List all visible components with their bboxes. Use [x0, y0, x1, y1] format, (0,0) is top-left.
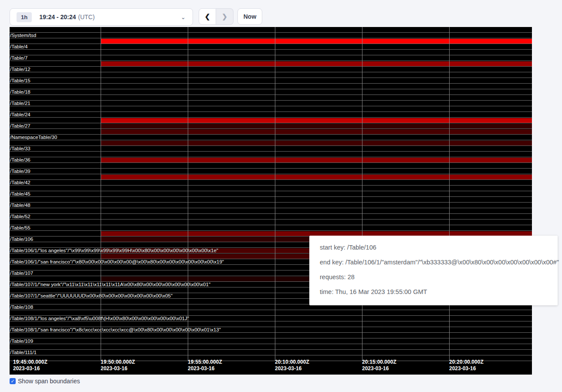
heatmap-span-cell[interactable]	[10, 220, 532, 225]
next-interval-button[interactable]: ❯	[216, 8, 234, 25]
heatmap-span-cell[interactable]: /Table/27	[10, 123, 532, 129]
row-label: /Table/7	[10, 55, 27, 61]
heatmap-span-cell[interactable]	[10, 163, 532, 169]
heatmap-row[interactable]: /Table/18	[10, 84, 532, 95]
heatmap-span-cell[interactable]	[10, 129, 532, 135]
tick-time: 20:15:00.000Z	[362, 359, 396, 365]
heatmap-span-cell[interactable]: /Table/39	[10, 169, 532, 174]
heatmap-span-cell[interactable]	[10, 344, 532, 350]
heatmap-span-cell[interactable]: /Table/111/1	[10, 350, 532, 355]
heatmap-row[interactable]: /Table/36	[10, 152, 532, 163]
heatmap-row[interactable]: /Table/15	[10, 72, 532, 84]
heatmap-row[interactable]: /Table/12	[10, 61, 532, 72]
row-label: /Table/42	[10, 180, 30, 185]
row-label: /Table/4	[10, 44, 27, 49]
heatmap-span-cell[interactable]	[10, 174, 532, 180]
heatmap-span-cell[interactable]: /Table/108/1/"los angeles"/"\xa8\xf5\u00…	[10, 316, 532, 321]
row-label: /Table/24	[10, 112, 30, 117]
heatmap-row[interactable]: /Table/109	[10, 333, 532, 344]
heatmap-span-cell[interactable]: /Table/36	[10, 157, 532, 163]
heatmap-row[interactable]: /Table/7	[10, 50, 532, 61]
heatmap-row[interactable]: /NamespaceTable/30	[10, 129, 532, 140]
tick-date: 2023-03-16	[449, 365, 484, 372]
heat-band	[101, 141, 532, 145]
row-label: /Table/33	[10, 146, 30, 151]
heatmap-row[interactable]: /System/tsd	[10, 27, 532, 38]
heatmap-span-cell[interactable]	[10, 106, 532, 112]
heatmap-span-cell[interactable]: /Table/55	[10, 225, 532, 231]
axis-tick: 19:50:00.000Z2023-03-16	[101, 359, 135, 372]
heatmap-row[interactable]: /Table/39	[10, 163, 532, 174]
heatmap-span-cell[interactable]	[10, 95, 532, 101]
now-button[interactable]: Now	[237, 8, 262, 25]
tick-date: 2023-03-16	[13, 365, 47, 372]
heatmap-row[interactable]: /Table/27	[10, 118, 532, 129]
tick-time: 19:45:00.000Z	[13, 359, 47, 365]
heatmap-span-cell[interactable]	[10, 197, 532, 203]
heat-band	[101, 118, 532, 123]
row-label: /Table/108/1/"los angeles"/"\xa8\xf5\u00…	[10, 316, 189, 321]
row-label: /Table/55	[10, 225, 30, 230]
tooltip-line: end key: /Table/106/1/"amsterdam"/"\xb33…	[320, 255, 547, 270]
heatmap-span-cell[interactable]	[10, 27, 532, 33]
heatmap-row[interactable]: /Table/55	[10, 220, 532, 231]
heatmap-span-cell[interactable]	[10, 208, 532, 214]
heatmap-row[interactable]: /Table/33	[10, 140, 532, 152]
heatmap-span-cell[interactable]: /Table/108/1/"san francisco"/"\x8c\xcc\x…	[10, 327, 532, 333]
heatmap-span-cell[interactable]: /Table/52	[10, 214, 532, 220]
heatmap-span-cell[interactable]: /Table/48	[10, 203, 532, 208]
heatmap-span-cell[interactable]: /Table/15	[10, 78, 532, 84]
time-range-dropdown[interactable]: 1h 19:24 - 20:24 (UTC) ⌄	[10, 8, 193, 26]
show-span-boundaries-checkbox[interactable]: ✓ Show span boundaries	[10, 378, 80, 385]
heatmap-span-cell[interactable]: /Table/45	[10, 191, 532, 197]
heatmap-row[interactable]: /Table/4	[10, 38, 532, 50]
heatmap-span-cell[interactable]: /Table/21	[10, 101, 532, 106]
heatmap-span-cell[interactable]	[10, 50, 532, 55]
heatmap-span-cell[interactable]	[10, 186, 532, 191]
heatmap-span-cell[interactable]: /Table/18	[10, 89, 532, 95]
heat-band	[101, 39, 532, 44]
heatmap-row[interactable]: /Table/21	[10, 95, 532, 106]
tooltip-line: start key: /Table/106	[320, 240, 547, 255]
axis-tick: 20:10:00.000Z2023-03-16	[275, 359, 309, 372]
heatmap-span-cell[interactable]	[10, 333, 532, 338]
heatmap-span-cell[interactable]	[10, 38, 532, 44]
heatmap-row[interactable]: /Table/24	[10, 106, 532, 118]
heatmap-row[interactable]: /Table/108/1/"san francisco"/"\x8c\xcc\x…	[10, 321, 532, 333]
heatmap-row[interactable]: /Table/45	[10, 186, 532, 197]
heatmap-span-cell[interactable]: /NamespaceTable/30	[10, 135, 532, 140]
row-label: /Table/106/1/"san francisco"/"\x80\x00\x…	[10, 259, 224, 264]
chevron-right-icon: ❯	[222, 13, 227, 20]
heatmap-span-cell[interactable]	[10, 84, 532, 89]
heatmap-span-cell[interactable]: /Table/12	[10, 67, 532, 72]
heatmap-span-cell[interactable]: /Table/42	[10, 180, 532, 186]
heatmap-row[interactable]: /Table/48	[10, 197, 532, 208]
heatmap-span-cell[interactable]: /Table/4	[10, 44, 532, 50]
heatmap-span-cell[interactable]: /Table/33	[10, 146, 532, 152]
heatmap-span-cell[interactable]: /Table/109	[10, 338, 532, 344]
heatmap-row[interactable]: /Table/42	[10, 174, 532, 186]
column-gridline	[188, 27, 188, 361]
heatmap-span-cell[interactable]: /Table/7	[10, 55, 532, 61]
heatmap-span-cell[interactable]	[10, 321, 532, 327]
heatmap-span-cell[interactable]	[10, 118, 532, 123]
heat-band	[101, 175, 532, 179]
heatmap-span-cell[interactable]: /System/tsd	[10, 33, 532, 38]
heatmap-row[interactable]: /Table/52	[10, 208, 532, 220]
row-label: /Table/106	[10, 237, 33, 242]
heatmap-span-cell[interactable]: /Table/24	[10, 112, 532, 118]
heat-band	[101, 61, 532, 66]
heatmap-span-cell[interactable]	[10, 140, 532, 146]
heatmap-span-cell[interactable]	[10, 310, 532, 316]
checkbox-check-icon[interactable]: ✓	[10, 378, 16, 384]
heatmap-span-cell[interactable]	[10, 152, 532, 157]
column-gridline	[101, 27, 101, 361]
keyvisualizer-canvas[interactable]: /System/tsd/Table/4/Table/7/Table/12/Tab…	[10, 27, 532, 375]
tick-date: 2023-03-16	[188, 365, 222, 372]
heatmap-span-cell[interactable]	[10, 72, 532, 78]
heatmap-row[interactable]: /Table/111/1	[10, 344, 532, 355]
heatmap-span-cell[interactable]	[10, 61, 532, 67]
prev-interval-button[interactable]: ❮	[199, 8, 216, 25]
heatmap-row[interactable]: /Table/108/1/"los angeles"/"\xa8\xf5\u00…	[10, 310, 532, 321]
tooltip-line: time: Thu, 16 Mar 2023 19:55:00 GMT	[320, 284, 547, 299]
